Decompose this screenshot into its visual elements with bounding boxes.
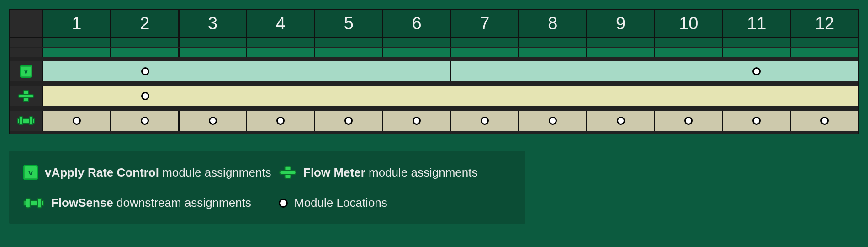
svg-rect-2 (19, 94, 33, 98)
row-icon-column: v (10, 10, 42, 134)
flowmeter-row[interactable] (42, 86, 858, 106)
column-header-11[interactable]: 11 (722, 10, 790, 37)
top-stub-1-icon (10, 38, 42, 47)
bar-segment[interactable] (42, 86, 858, 106)
module-location-dot (141, 67, 149, 75)
legend-module-locations: Module Locations (279, 196, 507, 210)
column-header-10[interactable]: 10 (654, 10, 722, 37)
column-header-6[interactable]: 6 (382, 10, 450, 37)
bar-segment[interactable] (42, 111, 110, 131)
stub-cell (42, 38, 110, 47)
flowsense-icon (16, 116, 36, 126)
top-stub-2-icon (10, 48, 42, 57)
vapply-icon: v (23, 165, 38, 180)
stub-cell (518, 48, 586, 57)
module-location-dot (73, 117, 81, 125)
legend-flowsense-bold: FlowSense (51, 196, 113, 209)
assignment-grid: v (9, 9, 859, 134)
column-header-12[interactable]: 12 (790, 10, 858, 37)
module-location-dot (413, 117, 421, 125)
icon-column-header-spacer (10, 10, 42, 38)
stub-cell (790, 48, 858, 57)
svg-rect-5 (29, 117, 33, 125)
column-header-7[interactable]: 7 (450, 10, 518, 37)
column-header-8[interactable]: 8 (518, 10, 586, 37)
stub-cell (654, 38, 722, 47)
stub-cell (110, 38, 178, 47)
flowmeter-icon (18, 90, 34, 102)
column-header-2[interactable]: 2 (110, 10, 178, 37)
module-location-dot (481, 117, 489, 125)
legend-flowsense: FlowSense downstream assignments (23, 196, 279, 210)
bar-segment[interactable] (722, 111, 790, 131)
stub-cell (654, 48, 722, 57)
module-location-dot (820, 117, 829, 125)
grid-content: 123456789101112 (42, 10, 858, 134)
vapply-row-icon: v (10, 61, 42, 81)
stub-cell (178, 48, 246, 57)
flowmeter-icon (279, 165, 297, 180)
stub-cell (382, 48, 450, 57)
bar-segment[interactable] (790, 111, 858, 131)
module-location-dot (276, 117, 285, 125)
stub-cell (42, 48, 110, 57)
flowsense-icon (23, 197, 45, 209)
stub-row-2 (42, 48, 858, 57)
column-header-5[interactable]: 5 (314, 10, 382, 37)
svg-rect-10 (26, 198, 30, 208)
stub-cell (246, 38, 314, 47)
stub-cell (722, 38, 790, 47)
flowsense-row[interactable] (42, 111, 858, 131)
bar-segment[interactable] (586, 111, 654, 131)
bar-segment[interactable] (178, 111, 246, 131)
column-header-4[interactable]: 4 (246, 10, 314, 37)
column-header-1[interactable]: 1 (42, 10, 110, 37)
bar-segment[interactable] (110, 111, 178, 131)
stub-cell (450, 48, 518, 57)
stub-cell (110, 48, 178, 57)
bar-segment[interactable] (42, 61, 450, 81)
flowsense-row-icon (10, 111, 42, 131)
vapply-row[interactable] (42, 61, 858, 81)
bar-segment[interactable] (246, 111, 314, 131)
stub-cell (178, 38, 246, 47)
stub-cell (518, 38, 586, 47)
legend-flowmeter-text: Flow Meter module assignments (303, 166, 477, 180)
legend-vapply-bold: vApply Rate Control (45, 166, 159, 179)
svg-rect-11 (37, 198, 42, 208)
module-location-dot (752, 67, 761, 75)
legend-vapply-rest: module assignments (159, 166, 271, 179)
module-location-dot (209, 117, 217, 125)
svg-rect-4 (19, 117, 23, 125)
stub-cell (314, 48, 382, 57)
bar-segment[interactable] (450, 111, 518, 131)
legend-flowmeter-bold: Flow Meter (303, 166, 365, 179)
bar-segment[interactable] (450, 61, 858, 81)
stub-cell (382, 38, 450, 47)
module-location-dot (549, 117, 557, 125)
legend-flowmeter-rest: module assignments (365, 166, 478, 179)
stub-cell (586, 48, 654, 57)
stub-cell (586, 38, 654, 47)
stub-cell (790, 38, 858, 47)
stub-cell (450, 38, 518, 47)
bar-segment[interactable] (518, 111, 586, 131)
stub-row-1 (42, 38, 858, 47)
bar-segment[interactable] (382, 111, 450, 131)
bar-segment[interactable] (654, 111, 722, 131)
flowmeter-row-icon (10, 86, 42, 106)
legend-flowsense-rest: downstream assignments (113, 196, 251, 209)
module-location-dot (752, 117, 761, 125)
module-location-dot (141, 92, 149, 100)
legend-vapply-text: vApply Rate Control module assignments (45, 166, 271, 180)
module-location-dot (684, 117, 693, 125)
bar-segment[interactable] (314, 111, 382, 131)
column-header-row: 123456789101112 (42, 10, 858, 38)
legend-panel: v vApply Rate Control module assignments… (9, 151, 525, 224)
column-header-9[interactable]: 9 (586, 10, 654, 37)
legend-vapply: v vApply Rate Control module assignments (23, 165, 279, 180)
stub-cell (246, 48, 314, 57)
column-header-3[interactable]: 3 (178, 10, 246, 37)
module-location-dot-icon (279, 199, 288, 208)
stub-cell (314, 38, 382, 47)
